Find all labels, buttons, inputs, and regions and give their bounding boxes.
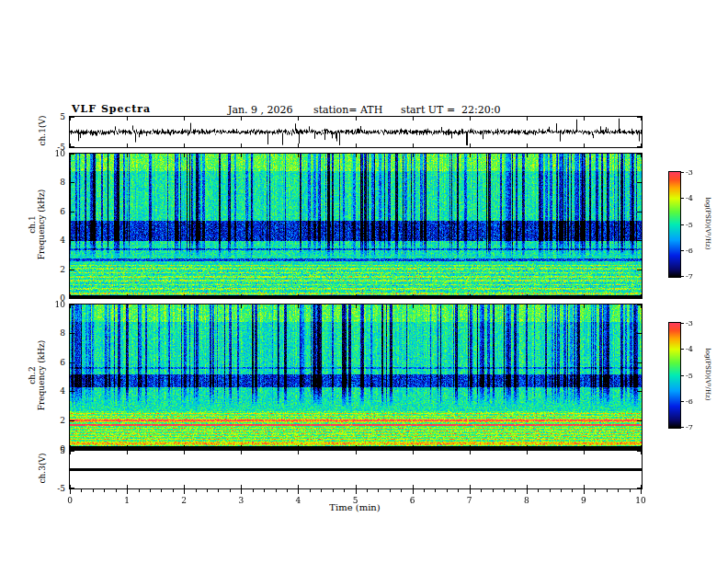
colorbar-tick-label: -5 bbox=[686, 372, 693, 380]
y-tick-mark bbox=[637, 240, 642, 241]
colorbar-tick-label: -7 bbox=[686, 272, 693, 281]
x-minor-tick bbox=[618, 489, 619, 492]
time-tick-mark bbox=[298, 144, 299, 147]
y-tick-label: 8 bbox=[51, 178, 65, 187]
time-tick-mark bbox=[356, 445, 357, 449]
x-minor-tick bbox=[538, 489, 539, 492]
time-tick-mark bbox=[470, 451, 471, 454]
x-minor-tick bbox=[321, 489, 322, 492]
time-tick-mark bbox=[70, 144, 71, 147]
time-tick-mark bbox=[70, 445, 71, 449]
time-tick-mark bbox=[241, 144, 242, 147]
time-tick-mark bbox=[584, 304, 585, 308]
colorbar-tick-mark bbox=[681, 224, 684, 225]
x-minor-tick bbox=[287, 489, 288, 492]
ch1-spectrogram-canvas bbox=[70, 154, 642, 298]
x-minor-tick bbox=[550, 489, 551, 492]
y-tick-mark bbox=[70, 391, 74, 392]
time-tick-mark bbox=[70, 304, 71, 308]
time-tick-mark bbox=[527, 445, 528, 449]
time-tick-mark bbox=[470, 304, 471, 308]
time-tick-mark bbox=[470, 144, 471, 147]
time-tick-mark bbox=[70, 117, 71, 121]
ch1-spec-ylabel-line2: Frequency (kHz) bbox=[37, 190, 46, 260]
time-tick-mark bbox=[584, 445, 585, 449]
x-minor-tick bbox=[333, 489, 334, 492]
ch3-waveform-canvas bbox=[70, 451, 642, 488]
y-tick-mark bbox=[70, 212, 74, 213]
time-tick-mark bbox=[298, 117, 299, 121]
time-tick-mark bbox=[127, 451, 128, 454]
time-tick-mark bbox=[184, 304, 185, 308]
colorbar-tick-label: -4 bbox=[686, 194, 693, 202]
time-tick-mark bbox=[584, 485, 585, 488]
time-tick-mark bbox=[584, 451, 585, 454]
x-minor-tick bbox=[93, 489, 94, 492]
colorbar-ch1-label: log(PSD)(V²/Hz) bbox=[704, 198, 711, 250]
colorbar-ch2-label: log(PSD)(V²/Hz) bbox=[704, 349, 711, 401]
colorbar-tick-mark bbox=[681, 198, 684, 199]
time-tick-mark bbox=[641, 144, 642, 147]
y-tick-label: 6 bbox=[51, 207, 65, 216]
x-minor-tick bbox=[435, 489, 436, 492]
colorbar-tick-mark bbox=[681, 427, 684, 428]
time-tick-mark bbox=[641, 154, 642, 157]
x-minor-tick bbox=[401, 489, 402, 492]
time-tick-mark bbox=[413, 445, 414, 449]
x-minor-tick bbox=[493, 489, 494, 492]
x-minor-tick bbox=[390, 489, 391, 492]
y-tick-mark bbox=[637, 212, 642, 213]
x-minor-tick bbox=[561, 489, 562, 492]
time-tick-mark bbox=[127, 117, 128, 121]
y-tick-label: 10 bbox=[51, 149, 65, 158]
x-minor-tick bbox=[481, 489, 482, 492]
time-tick-mark bbox=[584, 294, 585, 298]
x-major-tick bbox=[298, 489, 299, 494]
time-tick-mark bbox=[127, 445, 128, 449]
y-tick-label: 2 bbox=[51, 416, 65, 425]
time-tick-mark bbox=[298, 485, 299, 488]
time-tick-mark bbox=[413, 485, 414, 488]
x-tick-label: 8 bbox=[516, 496, 538, 505]
time-tick-mark bbox=[298, 294, 299, 298]
panel-ch3_wave bbox=[69, 450, 643, 489]
time-tick-mark bbox=[127, 294, 128, 298]
colorbar-ch1 bbox=[668, 171, 681, 278]
x-tick-label: 2 bbox=[173, 496, 195, 505]
colorbar-tick-mark bbox=[681, 375, 684, 376]
time-tick-mark bbox=[527, 117, 528, 121]
time-tick-mark bbox=[184, 154, 185, 157]
x-minor-tick bbox=[150, 489, 151, 492]
chart-start-ut: start UT = 22:20:0 bbox=[401, 104, 501, 116]
ch2-spec-ylabel: ch.2 Frequency (kHz) bbox=[28, 340, 46, 411]
chart-title: VLF Spectra bbox=[72, 103, 151, 115]
colorbar-tick-mark bbox=[681, 323, 684, 324]
time-tick-mark bbox=[356, 451, 357, 454]
time-tick-mark bbox=[641, 294, 642, 298]
time-tick-mark bbox=[527, 451, 528, 454]
x-minor-tick bbox=[276, 489, 277, 492]
colorbar-tick-label: -7 bbox=[686, 423, 693, 431]
x-tick-label: 4 bbox=[287, 496, 309, 505]
y-tick-mark bbox=[637, 420, 642, 421]
chart-date: Jan. 9 , 2026 bbox=[228, 104, 293, 116]
ch3-wave-ylabel: ch.3(V) bbox=[38, 454, 47, 484]
x-minor-tick bbox=[344, 489, 345, 492]
x-minor-tick bbox=[253, 489, 254, 492]
x-major-tick bbox=[241, 489, 242, 494]
time-tick-mark bbox=[241, 485, 242, 488]
ch1-spec-ylabel-line1: ch.1 bbox=[28, 190, 37, 260]
time-tick-mark bbox=[470, 445, 471, 449]
time-tick-mark bbox=[470, 154, 471, 157]
y-tick-mark bbox=[70, 270, 74, 270]
x-minor-tick bbox=[367, 489, 368, 492]
colorbar-tick-mark bbox=[681, 349, 684, 350]
panel-ch2_spec bbox=[69, 304, 643, 450]
time-tick-mark bbox=[356, 154, 357, 157]
y-tick-label: 4 bbox=[51, 236, 65, 245]
time-tick-mark bbox=[184, 144, 185, 147]
ch3-wave-ylabel-text: ch.3(V) bbox=[38, 454, 47, 484]
time-tick-mark bbox=[641, 304, 642, 308]
colorbar-tick-label: -6 bbox=[686, 247, 693, 255]
x-major-tick bbox=[527, 489, 528, 494]
